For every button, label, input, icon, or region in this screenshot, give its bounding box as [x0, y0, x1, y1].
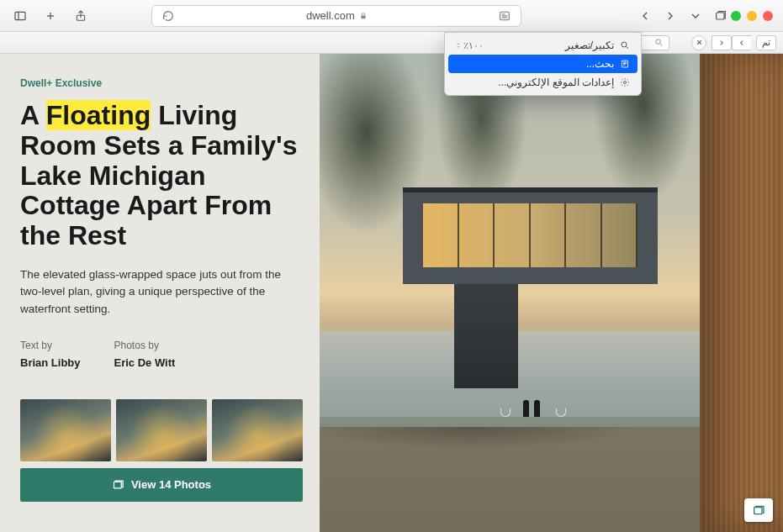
gear-icon — [619, 76, 631, 88]
close-button[interactable] — [763, 11, 773, 21]
share-button[interactable] — [69, 6, 93, 26]
article-credits: Text by Brian Libby Photos by Eric De Wi… — [20, 340, 303, 369]
settings-label: إعدادات الموقع الإلكتروني... — [455, 76, 614, 88]
svg-point-13 — [656, 40, 661, 45]
svg-rect-22 — [114, 482, 121, 489]
address-bar-wrap: dwell.com — [151, 5, 521, 27]
article-panel: Dwell+ Exclusive A Floating Living Room … — [0, 54, 320, 532]
url-host: dwell.com — [306, 9, 355, 22]
reader-button[interactable] — [493, 6, 516, 26]
forward-button[interactable] — [659, 6, 682, 26]
thumbnail[interactable] — [20, 399, 111, 461]
new-tab-button[interactable] — [39, 6, 62, 26]
reload-button[interactable] — [156, 6, 180, 26]
text-by-label: Text by — [20, 340, 81, 351]
photo-thumbnails — [20, 399, 303, 461]
svg-rect-23 — [754, 508, 762, 514]
settings-row[interactable]: إعدادات الموقع الإلكتروني... — [448, 73, 638, 92]
find-bar: تم يبدأ بـ تطابق واحد — [0, 32, 783, 54]
svg-rect-10 — [717, 13, 724, 19]
thumbnail[interactable] — [212, 399, 303, 461]
hero-gallery-button[interactable] — [744, 498, 773, 522]
tabs-button[interactable] — [709, 6, 733, 26]
zoom-label: تكبير/تصغير — [489, 40, 614, 51]
gallery-icon — [752, 503, 765, 517]
find-nav — [712, 35, 751, 50]
thumbnail[interactable] — [116, 399, 207, 461]
svg-line-16 — [627, 47, 629, 50]
back-button[interactable] — [633, 6, 657, 26]
find-prev-button[interactable] — [732, 35, 751, 50]
page-menu-popover: تكبير/تصغير ١٠٠٪ بحث... إعدادات الموقع ا… — [444, 32, 642, 96]
find-next-button[interactable] — [712, 35, 732, 50]
svg-rect-5 — [361, 15, 365, 18]
credit-photos: Photos by Eric De Witt — [114, 340, 176, 369]
gallery-icon — [112, 478, 124, 491]
text-by-name[interactable]: Brian Libby — [20, 356, 81, 369]
safari-toolbar: dwell.com — [0, 0, 783, 32]
svg-rect-17 — [622, 61, 628, 67]
page-content: Dwell+ Exclusive A Floating Living Room … — [0, 54, 783, 532]
view-photos-button[interactable]: View 14 Photos — [20, 468, 303, 502]
svg-rect-0 — [15, 12, 25, 19]
credit-text: Text by Brian Libby — [20, 340, 81, 369]
article-tag[interactable]: Dwell+ Exclusive — [20, 77, 303, 89]
photos-by-label: Photos by — [114, 340, 176, 351]
page-search-icon — [619, 58, 631, 70]
nav-buttons — [633, 6, 733, 26]
find-highlight: Floating — [46, 100, 151, 130]
svg-point-15 — [622, 42, 627, 47]
sidebar-toggle-button[interactable] — [8, 6, 32, 26]
hero-image — [320, 54, 783, 532]
search-label: بحث... — [455, 58, 614, 70]
photos-by-name[interactable]: Eric De Witt — [114, 356, 176, 369]
find-clear-button[interactable] — [691, 35, 706, 50]
window-controls — [731, 11, 773, 21]
zoom-value: ١٠٠٪ — [455, 40, 484, 51]
article-headline: A Floating Living Room Sets a Family's L… — [20, 101, 303, 251]
downloads-button[interactable] — [684, 6, 707, 26]
lock-icon — [359, 12, 368, 20]
article-subhead: The elevated glass-wrapped space juts ou… — [20, 266, 303, 318]
zoom-row[interactable]: تكبير/تصغير ١٠٠٪ — [448, 36, 638, 55]
maximize-button[interactable] — [731, 11, 741, 21]
search-row[interactable]: بحث... — [448, 55, 638, 73]
address-bar[interactable]: dwell.com — [151, 5, 521, 27]
svg-point-21 — [624, 82, 627, 84]
search-icon — [619, 40, 631, 51]
find-done-button[interactable]: تم — [756, 35, 776, 50]
minimize-button[interactable] — [747, 11, 757, 21]
chevron-up-down-icon — [455, 40, 462, 50]
svg-line-14 — [660, 44, 662, 45]
search-icon — [654, 38, 664, 47]
